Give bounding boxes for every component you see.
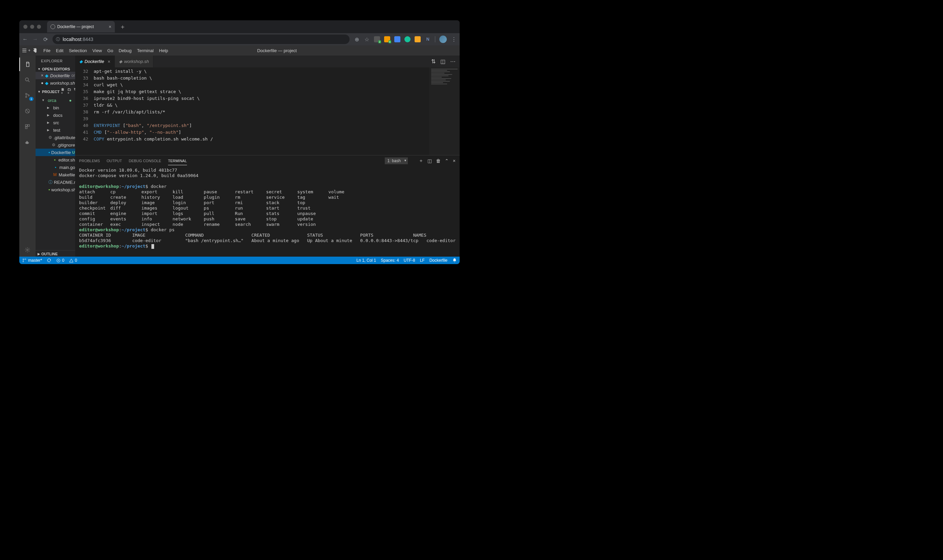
file-item[interactable]: ⚙.gitignore xyxy=(35,141,75,149)
file-icon: ▪ xyxy=(48,187,50,192)
close-icon[interactable]: × xyxy=(41,73,43,78)
item-label: bin xyxy=(53,105,59,110)
back-button[interactable]: ← xyxy=(22,36,28,42)
folder-item[interactable]: ▼ orca ● xyxy=(35,97,75,104)
browser-tabbar: Dockerfile — project × ＋ xyxy=(19,20,460,33)
panel-tab-problems[interactable]: PROBLEMS xyxy=(79,157,100,165)
menu-edit[interactable]: Edit xyxy=(53,47,66,54)
source-control-icon[interactable]: 1 xyxy=(19,89,35,102)
encoding[interactable]: UTF-8 xyxy=(404,258,415,263)
rss-extension-icon[interactable] xyxy=(384,36,390,42)
forward-button[interactable]: → xyxy=(32,36,38,42)
close-tab-icon[interactable]: × xyxy=(109,24,111,29)
minimap[interactable] xyxy=(429,68,460,155)
project-header[interactable]: ▼ PROJECT 🗎⁺ 🗀⁺ ↻ ⊟ xyxy=(35,87,75,97)
menu-icon[interactable]: ⋮ xyxy=(451,36,457,43)
editor-tab[interactable]: ◆ workshop.sh xyxy=(115,55,153,68)
minimize-window[interactable] xyxy=(30,25,34,29)
search-icon[interactable] xyxy=(19,73,35,87)
branch-indicator[interactable]: master* xyxy=(22,258,42,263)
split-editor-icon[interactable]: ◫ xyxy=(440,58,445,65)
extension-icon[interactable] xyxy=(414,36,421,42)
file-item[interactable]: ▪Dockerfile U xyxy=(35,149,75,156)
file-item[interactable]: MMakefile xyxy=(35,171,75,178)
language-mode[interactable]: Dockerfile xyxy=(430,258,447,263)
close-panel-icon[interactable]: × xyxy=(453,158,456,163)
svg-point-2 xyxy=(25,97,27,98)
new-file-icon[interactable]: 🗎⁺ xyxy=(61,87,65,96)
menu-file[interactable]: File xyxy=(41,47,53,54)
indentation[interactable]: Spaces: 4 xyxy=(381,258,399,263)
menu-selection[interactable]: Selection xyxy=(66,47,89,54)
translate-extension-icon[interactable] xyxy=(394,36,401,42)
debug-icon[interactable] xyxy=(19,104,35,118)
reload-button[interactable]: ⟳ xyxy=(42,36,48,43)
errors-indicator[interactable]: 0 xyxy=(56,258,64,263)
new-tab-button[interactable]: ＋ xyxy=(117,23,128,31)
more-icon[interactable]: ⋯ xyxy=(450,58,456,65)
item-label: main.go xyxy=(59,165,75,170)
menu-terminal[interactable]: Terminal xyxy=(134,47,156,54)
file-item[interactable]: ▪main.go xyxy=(35,163,75,171)
menu-view[interactable]: View xyxy=(90,47,105,54)
new-terminal-icon[interactable]: ＋ xyxy=(419,158,424,164)
panel-tab-output[interactable]: OUTPUT xyxy=(107,157,122,165)
editor-tab[interactable]: ◆ Dockerfile × xyxy=(75,55,115,68)
file-icon: ◆ xyxy=(45,81,48,86)
code-content[interactable]: apt-get install -y \ bash bash-completio… xyxy=(94,68,429,155)
folder-item[interactable]: ▶ test xyxy=(35,126,75,134)
bookmark-icon[interactable]: ☆ xyxy=(364,36,370,43)
close-window[interactable] xyxy=(23,25,28,29)
profile-avatar[interactable] xyxy=(439,35,447,43)
new-folder-icon[interactable]: 🗀⁺ xyxy=(68,87,71,96)
panel-tab-terminal[interactable]: TERMINAL xyxy=(168,157,187,165)
extension-icon[interactable]: N xyxy=(425,36,431,42)
server-icon xyxy=(22,48,28,54)
file-item[interactable]: ⓘREADME.md xyxy=(35,178,75,186)
url-input[interactable]: ⓘ localhost:8443 xyxy=(52,35,350,44)
compare-icon[interactable]: ⇅ xyxy=(431,58,436,65)
file-item[interactable]: ⚙.gitattributes xyxy=(35,134,75,141)
folder-item[interactable]: ▶ docs xyxy=(35,111,75,119)
open-editors-header[interactable]: ▼ OPEN EDITORS xyxy=(35,66,75,72)
panel-tab-debug-console[interactable]: DEBUG CONSOLE xyxy=(129,157,161,165)
open-editor-item[interactable]: × ◆ Dockerfile orca U xyxy=(35,72,75,79)
terminal-output[interactable]: Docker version 18.09.6, build 481bc77doc… xyxy=(75,166,460,257)
maximize-panel-icon[interactable]: ⌃ xyxy=(445,158,449,163)
file-icon: ⚙ xyxy=(48,135,52,140)
item-label: editor.sh xyxy=(58,157,75,163)
outline-header[interactable]: ▶ OUTLINE xyxy=(35,250,75,257)
extensions-icon[interactable] xyxy=(19,120,35,134)
sync-indicator[interactable] xyxy=(47,258,51,263)
folder-item[interactable]: ▶ src xyxy=(35,119,75,126)
terminal-select[interactable]: 1: bash xyxy=(385,157,407,164)
extension-icon[interactable] xyxy=(374,36,380,42)
file-item[interactable]: ▪workshop.sh xyxy=(35,186,75,193)
grammarly-extension-icon[interactable] xyxy=(404,36,410,42)
status-dot-icon: ● xyxy=(69,98,75,103)
menu-help[interactable]: Help xyxy=(157,47,171,54)
zoom-icon[interactable]: ⊕ xyxy=(354,36,360,43)
eol[interactable]: LF xyxy=(420,258,425,263)
warning-icon xyxy=(69,258,74,263)
browser-tab[interactable]: Dockerfile — project × xyxy=(47,21,115,32)
split-terminal-icon[interactable]: ◫ xyxy=(427,158,432,163)
file-icon: M xyxy=(52,172,57,177)
menu-debug[interactable]: Debug xyxy=(116,47,134,54)
folder-item[interactable]: ▶ bin xyxy=(35,104,75,111)
maximize-window[interactable] xyxy=(37,25,41,29)
file-item[interactable]: ▪editor.sh xyxy=(35,156,75,163)
site-info-icon[interactable]: ⓘ xyxy=(56,37,60,42)
open-editor-item[interactable]: ● ◆ workshop.sh orca xyxy=(35,79,75,87)
warnings-indicator[interactable]: 0 xyxy=(69,258,77,263)
menu-go[interactable]: Go xyxy=(105,47,116,54)
notifications-icon[interactable] xyxy=(452,258,457,263)
settings-icon[interactable] xyxy=(19,243,35,257)
close-icon[interactable]: × xyxy=(107,59,110,64)
traffic-lights xyxy=(23,25,45,29)
cursor-position[interactable]: Ln 1, Col 1 xyxy=(356,258,376,263)
kill-terminal-icon[interactable]: 🗑 xyxy=(436,158,441,163)
docker-icon[interactable] xyxy=(19,135,35,149)
explorer-icon[interactable] xyxy=(19,58,35,71)
modified-dot-icon[interactable]: ● xyxy=(41,81,43,85)
